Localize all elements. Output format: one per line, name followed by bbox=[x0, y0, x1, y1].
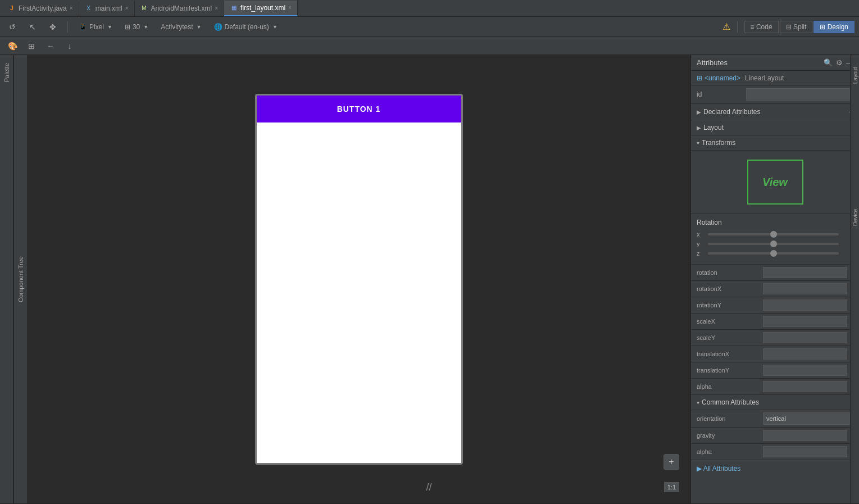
palette-label[interactable]: Palette bbox=[1, 58, 12, 87]
zoom-in-btn[interactable]: + bbox=[663, 454, 679, 470]
down-arrow-btn[interactable]: ↓ bbox=[62, 38, 78, 54]
breadcrumb-tag: <unnamed> bbox=[705, 74, 740, 82]
tab-first-activity-java[interactable]: J FirstActivity.java × bbox=[2, 1, 79, 16]
refresh-btn[interactable]: ↺ bbox=[4, 19, 20, 35]
manifest-icon: M bbox=[140, 4, 148, 12]
view-mode-design[interactable]: ⊞ Design bbox=[813, 21, 855, 33]
rotation-z-slider[interactable] bbox=[708, 252, 839, 255]
common-attr-fields: orientation vertical horizontal gravity … bbox=[691, 410, 859, 460]
tab-bar: J FirstActivity.java × X main.xml × M An… bbox=[0, 0, 859, 17]
id-row: id bbox=[691, 85, 859, 104]
attr-rotation-input[interactable] bbox=[763, 267, 847, 278]
java-icon: J bbox=[8, 4, 16, 12]
all-attributes-link[interactable]: ▶ All Attributes bbox=[691, 460, 859, 477]
common-attributes-section[interactable]: ▾ Common Attributes bbox=[691, 395, 859, 410]
attr-translationY-input[interactable] bbox=[763, 365, 847, 376]
code-icon: ≡ bbox=[751, 23, 755, 31]
search-icon[interactable]: 🔍 bbox=[824, 58, 833, 67]
attr-rotation-label: rotation bbox=[697, 269, 758, 276]
rotation-title: Rotation bbox=[697, 219, 853, 226]
attr-orientation-label: orientation bbox=[697, 415, 758, 422]
attr-gravity-label: gravity bbox=[697, 432, 758, 439]
layout-label: Layout bbox=[703, 124, 853, 131]
locale-selector[interactable]: 🌐 Default (en-us) ▼ bbox=[210, 21, 281, 33]
tab-main-xml[interactable]: X main.xml × bbox=[79, 1, 135, 16]
rotation-y-thumb[interactable] bbox=[770, 240, 777, 247]
attr-alpha-common-input[interactable] bbox=[763, 446, 847, 457]
pointer-btn[interactable]: ↖ bbox=[25, 19, 40, 35]
attr-row-rotation: rotation ↺ bbox=[691, 265, 859, 281]
attr-alpha-input[interactable] bbox=[763, 381, 847, 392]
id-label: id bbox=[697, 90, 742, 98]
pixel-selector[interactable]: 📱 Pixel ▼ bbox=[75, 21, 116, 33]
attr-translationX-label: translationX bbox=[697, 351, 758, 357]
xml-icon: X bbox=[85, 4, 93, 12]
close-tab-icon[interactable]: × bbox=[125, 5, 129, 11]
warning-icon: ⚠ bbox=[722, 21, 730, 32]
attr-row-gravity: gravity ⊞ bbox=[691, 428, 859, 444]
layout-section[interactable]: ▶ Layout bbox=[691, 120, 859, 135]
attr-gravity-input[interactable] bbox=[763, 430, 847, 441]
attr-orientation-select[interactable]: vertical horizontal bbox=[763, 412, 853, 425]
attr-alpha-label: alpha bbox=[697, 383, 758, 390]
rotation-x-slider[interactable] bbox=[708, 233, 839, 235]
gear-icon[interactable]: ⚙ bbox=[836, 58, 843, 67]
ratio-label[interactable]: 1:1 bbox=[664, 482, 679, 492]
rotation-y-row: y 0 bbox=[697, 240, 853, 247]
layout-validation-tab[interactable]: Layout Validation bbox=[851, 55, 859, 88]
activity-selector[interactable]: Activitytest ▼ bbox=[157, 21, 205, 33]
rotation-y-slider[interactable] bbox=[708, 243, 839, 245]
breadcrumb-type: LinearLayout bbox=[745, 74, 784, 82]
attr-rotationY-input[interactable] bbox=[763, 299, 847, 311]
attr-row-rotationY: rotationY ↺ bbox=[691, 297, 859, 314]
grid-btn[interactable]: ⊞ bbox=[24, 38, 39, 54]
attr-rotationX-input[interactable] bbox=[763, 283, 847, 294]
attr-scaleY-input[interactable] bbox=[763, 332, 847, 343]
transforms-section[interactable]: ▾ Transforms bbox=[691, 135, 859, 151]
right-panel-icons: 🔍 ⚙ — bbox=[824, 58, 853, 67]
size-selector[interactable]: ⊞ 30 ▼ bbox=[121, 21, 152, 33]
declared-attributes-section[interactable]: ▶ Declared Attributes + bbox=[691, 104, 859, 120]
view-mode-code[interactable]: ≡ Code bbox=[744, 21, 779, 33]
rotation-z-thumb[interactable] bbox=[770, 250, 777, 257]
rotation-y-label: y bbox=[697, 240, 705, 247]
rotation-x-thumb[interactable] bbox=[770, 231, 777, 238]
rotation-x-row: x 0 bbox=[697, 231, 853, 238]
id-input[interactable] bbox=[746, 88, 853, 101]
view-mode-split[interactable]: ⊟ Split bbox=[780, 21, 813, 33]
attr-scaleX-input[interactable] bbox=[763, 316, 847, 327]
view-preview: View bbox=[691, 151, 859, 214]
close-tab-icon[interactable]: × bbox=[70, 5, 73, 11]
device-file-explorer-tab[interactable]: Device File Explorer bbox=[851, 201, 859, 230]
attr-scaleY-label: scaleY bbox=[697, 334, 758, 341]
attr-rotationY-label: rotationY bbox=[697, 302, 758, 308]
breadcrumb[interactable]: ⊞ <unnamed> LinearLayout bbox=[697, 74, 784, 82]
attr-translationX-input[interactable] bbox=[763, 348, 847, 360]
palette-btn[interactable]: 🎨 bbox=[4, 38, 20, 54]
pan-btn[interactable]: ✥ bbox=[45, 19, 61, 35]
attr-row-translationX: translationX ↺ bbox=[691, 346, 859, 362]
component-tree[interactable]: Component Tree bbox=[13, 55, 27, 503]
layout-collapse-icon: ▶ bbox=[697, 125, 701, 131]
attr-row-scaleX: scaleX ↺ bbox=[691, 314, 859, 330]
phone-icon: 📱 bbox=[79, 23, 87, 31]
view-mode-group: ≡ Code ⊟ Split ⊞ Design bbox=[744, 21, 855, 33]
close-tab-icon[interactable]: × bbox=[215, 5, 218, 11]
attributes-panel: id ▶ Declared Attributes + ▶ Layout ▾ Tr… bbox=[691, 85, 859, 503]
rotation-z-label: z bbox=[697, 250, 705, 257]
phone-frame: BUTTON 1 bbox=[255, 94, 463, 465]
transforms-label: Transforms bbox=[702, 139, 853, 147]
size-caret: ▼ bbox=[143, 24, 148, 30]
canvas-area[interactable]: 📍 BUTTON 1 + 1:1 // bbox=[27, 55, 690, 503]
tab-first-layout-xml[interactable]: ▦ first_layout.xml × bbox=[224, 1, 298, 16]
attr-row-alpha-common: alpha ↺ bbox=[691, 444, 859, 460]
left-arrow-btn[interactable]: ← bbox=[43, 38, 58, 54]
tab-android-manifest[interactable]: M AndroidManifest.xml × bbox=[135, 1, 225, 16]
attr-scaleX-label: scaleX bbox=[697, 318, 758, 325]
attributes-title: Attributes bbox=[697, 58, 728, 67]
breadcrumb-row: ⊞ <unnamed> LinearLayout ℹ bbox=[691, 71, 859, 85]
phone-body bbox=[257, 122, 461, 463]
close-tab-icon[interactable]: × bbox=[288, 4, 292, 11]
view-box-text: View bbox=[762, 176, 788, 189]
activity-caret: ▼ bbox=[197, 24, 202, 30]
